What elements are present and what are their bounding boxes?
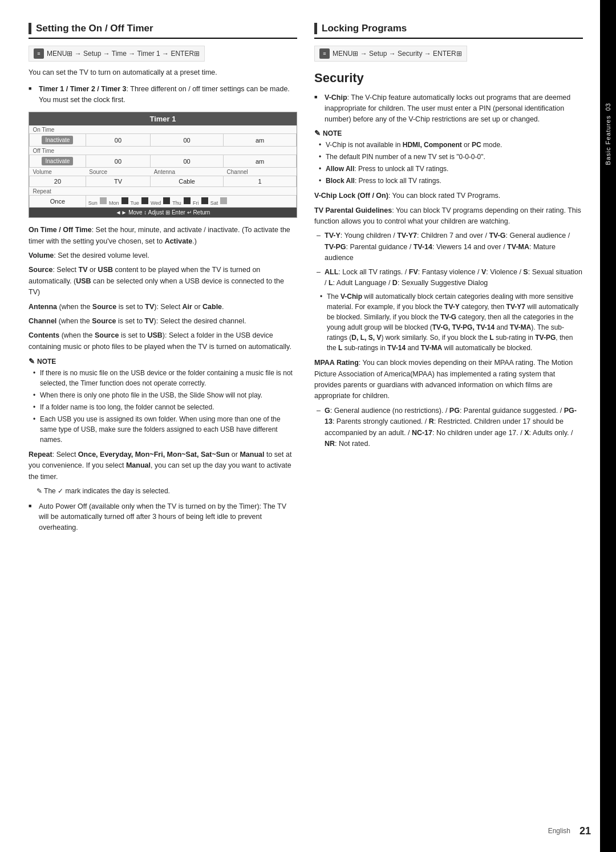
day-wed [163, 197, 170, 204]
off-inactivate: Inactivate [30, 155, 86, 168]
off-hour: 00 [86, 155, 150, 168]
repeat-label: Repeat [30, 187, 297, 196]
off-min: 00 [151, 155, 224, 168]
timer-table: On Time Inactivate 00 00 am Off Time Ina… [29, 125, 297, 208]
day-fri [201, 197, 208, 204]
on-off-time-text: On Time / Off Time: Set the hour, minute… [29, 225, 297, 247]
on-hour: 00 [86, 134, 150, 147]
note-section-security: ✎ NOTE V-Chip is not available in HDMI, … [314, 129, 583, 186]
timer-nav: ◄► Move ↕ Adjust ⊞ Enter ↵ Return [29, 208, 297, 217]
note-pencil-right-icon: ✎ [314, 129, 321, 137]
day-mon [121, 197, 128, 204]
section-title-locking: Locking Programs [314, 23, 583, 39]
channel-val: 1 [224, 176, 297, 187]
tv-rating-1: TV-Y: Young children / TV-Y7: Children 7… [314, 230, 583, 263]
left-section-title-text: Setting the On / Off Timer [36, 23, 153, 34]
note-label-right: ✎ NOTE [314, 129, 583, 137]
mpaa-text: MPAA Rating: You can block movies depend… [314, 358, 583, 402]
note-label: ✎ NOTE [29, 357, 297, 366]
day-sun [100, 197, 107, 204]
antenna-val: Cable [151, 176, 224, 187]
security-title: Security [314, 71, 583, 86]
chapter-label-text: Basic Features [605, 115, 611, 165]
day-thu [184, 197, 191, 204]
section-title-timer: Setting the On / Off Timer [29, 23, 297, 39]
note-pencil-icon: ✎ [29, 357, 35, 366]
on-time-label: On Time [30, 125, 297, 134]
menu-icon: ≡ [34, 48, 44, 59]
check-note: ✎ The ✓ mark indicates the day is select… [37, 486, 297, 497]
menu-path-timer: ≡ MENU⊞ → Setup → Time → Timer 1 → ENTER… [29, 46, 205, 62]
day-tue [141, 197, 148, 204]
days-row: Sun Mon Tue Wed Thu Fri Sa [86, 196, 296, 208]
intro-text: You can set the TV to turn on automatica… [29, 67, 297, 78]
note-label-text: NOTE [37, 358, 56, 366]
title-bar-lock-icon [314, 23, 317, 34]
side-tab: 03 Basic Features [600, 0, 616, 852]
menu-path-security: ≡ MENU⊞ → Setup → Security → ENTER⊞ [314, 46, 467, 62]
title-bar-icon [29, 23, 31, 34]
timer-bullet-label: Timer 1 / Timer 2 / Timer 3 [39, 85, 127, 93]
source-desc: Source: Select TV or USB content to be p… [29, 265, 297, 298]
vchip-note-2: The default PIN number of a new TV set i… [314, 152, 583, 162]
volume-label-cell: Volume [30, 168, 86, 176]
page-language: English [548, 827, 570, 835]
channel-label-cell: Channel [224, 168, 297, 176]
note-section-timer: ✎ NOTE If there is no music file on the … [29, 357, 297, 445]
left-column: Setting the On / Off Timer ≡ MENU⊞ → Set… [29, 23, 297, 818]
channel-desc: Channel (when the Source is set to TV): … [29, 316, 297, 327]
note-3: If a folder name is too long, the folder… [29, 402, 297, 412]
off-time-label: Off Time [30, 147, 297, 155]
repeat-val: Once [30, 196, 86, 208]
note-1: If there is no music file on the USB dev… [29, 368, 297, 388]
vchip-bullet: V-Chip: The V-Chip feature automatically… [314, 92, 583, 124]
menu-path-right-text: MENU⊞ → Setup → Security → ENTER⊞ [333, 50, 462, 58]
main-content: Setting the On / Off Timer ≡ MENU⊞ → Set… [0, 0, 600, 852]
antenna-desc: Antenna (when the Source is set to TV): … [29, 302, 297, 313]
on-ampm: am [224, 134, 297, 147]
vchip-auto-note: The V-Chip will automatically block cert… [314, 291, 583, 353]
vchip-note-4: Block All: Press to lock all TV ratings. [314, 176, 583, 186]
vchip-note-3: Allow All: Press to unlock all TV rating… [314, 164, 583, 174]
note-label-right-text: NOTE [323, 129, 342, 137]
inactivate-btn-on[interactable]: Inactivate [42, 136, 73, 144]
right-column: Locking Programs ≡ MENU⊞ → Setup → Secur… [314, 23, 583, 818]
inactivate-btn-off[interactable]: Inactivate [42, 157, 73, 165]
on-inactivate: Inactivate [30, 134, 86, 147]
contents-desc: Contents (when the Source is set to USB)… [29, 330, 297, 352]
off-ampm: am [224, 155, 297, 168]
repeat-desc: Repeat: Select Once, Everyday, Mon~Fri, … [29, 449, 297, 482]
source-label-cell: Source [86, 168, 150, 176]
tv-rating-2: ALL: Lock all TV ratings. / FV: Fantasy … [314, 267, 583, 289]
menu-icon-right: ≡ [319, 48, 330, 59]
page-number: 21 [579, 825, 591, 837]
timer-box: Timer 1 On Time Inactivate 00 00 am Off … [29, 112, 297, 218]
timer-title: Timer 1 [29, 112, 297, 125]
menu-path-text: MENU⊞ → Setup → Time → Timer 1 → ENTER⊞ [47, 50, 200, 58]
chapter-number: 03 [605, 103, 611, 111]
vchip-note-1: V-Chip is not available in HDMI, Compone… [314, 140, 583, 150]
volume-desc: Volume: Set the desired volume level. [29, 250, 297, 261]
tv-parental-text: TV Parental Guidelines: You can block TV… [314, 205, 583, 228]
note-2: When there is only one photo file in the… [29, 390, 297, 400]
auto-power-off: Auto Power Off (available only when the … [29, 501, 297, 533]
volume-val: 20 [30, 176, 86, 187]
source-val: TV [86, 176, 150, 187]
timer-bullet: Timer 1 / Timer 2 / Timer 3: Three diffe… [29, 84, 297, 106]
chapter-num-text: 03 [605, 103, 611, 111]
on-min: 00 [151, 134, 224, 147]
vchip-lock-text: V-Chip Lock (Off / On): You can block ra… [314, 190, 583, 201]
day-sat [220, 197, 227, 204]
mpaa-ratings: G: General audience (no restrictions). /… [314, 405, 583, 450]
right-section-title-text: Locking Programs [322, 23, 407, 34]
note-4: Each USB you use is assigned its own fol… [29, 414, 297, 445]
antenna-label-cell: Antenna [151, 168, 224, 176]
page-container: Setting the On / Off Timer ≡ MENU⊞ → Set… [0, 0, 616, 852]
